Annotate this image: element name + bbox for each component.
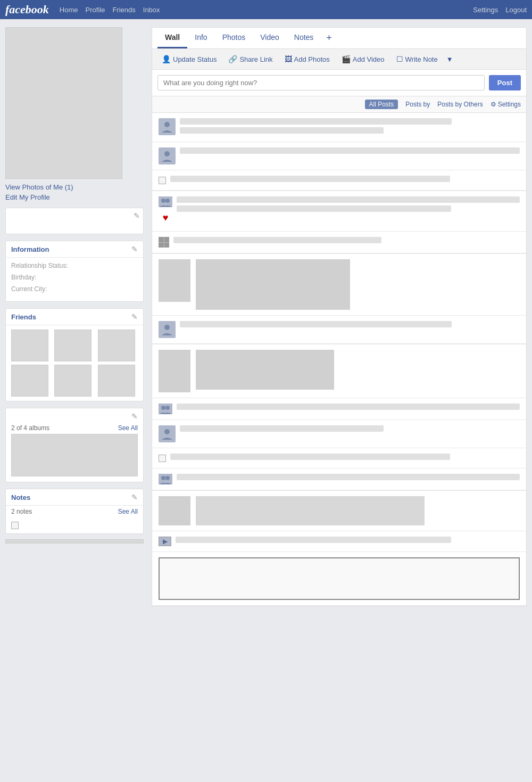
sidebar-footer-bar: [5, 539, 144, 544]
feed-item-7: [152, 316, 526, 344]
main-content: Wall Info Photos Video Notes + 👤 Update …: [152, 27, 527, 606]
current-city-row: Current City:: [11, 285, 138, 293]
svg-point-9: [165, 476, 170, 480]
information-section: Information ✎ Relationship Status: Birth…: [5, 241, 144, 302]
nav-logout[interactable]: Logout: [505, 6, 527, 14]
post-button[interactable]: Post: [489, 75, 521, 90]
write-note-label: Write Note: [405, 55, 438, 63]
friend-thumb-3[interactable]: [98, 330, 135, 361]
share-link-button[interactable]: 🔗 Share Link: [224, 53, 277, 65]
information-header: Information ✎: [6, 241, 143, 258]
write-note-button[interactable]: ☐ Write Note: [392, 53, 442, 65]
feed-video-icon: ▶: [159, 537, 171, 546]
feed-checkbox-2[interactable]: [159, 455, 166, 462]
feed-content-3: [170, 176, 520, 185]
bio-edit-icon[interactable]: ✎: [134, 211, 140, 220]
feed-item-1: [152, 113, 526, 142]
add-photos-icon: 🖼: [285, 55, 292, 63]
feed-item-12: [152, 468, 526, 490]
filter-posts-by[interactable]: Posts by: [405, 101, 430, 108]
update-status-icon: 👤: [162, 55, 171, 63]
friends-title: Friends: [11, 313, 36, 321]
feed-item-5: [152, 232, 526, 253]
birthday-row: Birthday:: [11, 274, 138, 281]
nav-links: Home Profile Friends Inbox: [60, 6, 160, 14]
tab-wall[interactable]: Wall: [157, 28, 187, 48]
nav-profile[interactable]: Profile: [86, 6, 105, 14]
svg-point-1: [164, 151, 170, 157]
feed-large-content: [196, 259, 350, 310]
friend-thumb-5[interactable]: [54, 365, 92, 397]
update-status-button[interactable]: 👤 Update Status: [157, 53, 221, 65]
notes-count: 2 notes: [11, 508, 32, 515]
nav-inbox[interactable]: Inbox: [143, 6, 160, 14]
feed-medium-content: [196, 350, 334, 390]
add-photos-button[interactable]: 🖼 Add Photos: [280, 53, 334, 65]
nav-home[interactable]: Home: [60, 6, 78, 14]
note-checkbox[interactable]: [11, 522, 19, 529]
feed-thumb-3: [159, 496, 190, 525]
friends-section: Friends ✎: [5, 308, 144, 401]
friend-thumb-6[interactable]: [98, 365, 135, 397]
share-link-icon: 🔗: [228, 55, 237, 63]
friends-header: Friends ✎: [6, 309, 143, 325]
tab-photos[interactable]: Photos: [215, 28, 253, 48]
feed-content-block-13: [196, 496, 425, 525]
albums-section: ✎ ✎ 2 of 4 albums See All: [5, 408, 144, 482]
albums-see-all[interactable]: See All: [118, 424, 138, 432]
svg-point-6: [165, 406, 170, 410]
feed-note-box[interactable]: [159, 557, 520, 600]
information-edit-icon[interactable]: ✎: [131, 245, 138, 253]
status-input[interactable]: [157, 75, 485, 90]
filter-settings[interactable]: ⚙ Settings: [491, 101, 521, 108]
feed-avatar-4: [159, 425, 176, 442]
friends-grid: [6, 325, 143, 401]
feed-avatar-3: [159, 321, 176, 338]
nav-friends[interactable]: Friends: [112, 6, 135, 14]
nav-right-links: Settings Logout: [473, 6, 527, 14]
feed-item-8: [152, 344, 526, 398]
wall-tabs: Wall Info Photos Video Notes +: [152, 27, 527, 49]
friend-thumb-4[interactable]: [11, 365, 48, 397]
feed-content-5: [173, 237, 520, 246]
view-photos-link[interactable]: View Photos of Me (1): [5, 183, 144, 191]
more-actions-dropdown[interactable]: ▼: [446, 55, 453, 63]
tab-info[interactable]: Info: [187, 28, 214, 48]
tab-notes[interactable]: Notes: [287, 28, 321, 48]
feed-item-3: [152, 170, 526, 191]
nav-settings[interactable]: Settings: [473, 6, 498, 14]
feed-group-icon-3: [159, 474, 172, 484]
feed-content-2: [180, 147, 520, 157]
feed-avatar-2: [159, 147, 176, 164]
edit-profile-link[interactable]: Edit My Profile: [5, 193, 144, 201]
feed-item-13: [152, 491, 526, 531]
relationship-label: Relationship Status:: [11, 262, 68, 269]
settings-gear-icon: ⚙: [491, 101, 496, 108]
add-video-button[interactable]: 🎬 Add Video: [337, 53, 389, 65]
feed-avatar-1: [159, 118, 176, 135]
svg-point-7: [164, 429, 170, 434]
svg-point-2: [161, 199, 165, 203]
relationship-row: Relationship Status:: [11, 262, 138, 269]
feed-text-10: [180, 425, 384, 432]
feed-item-6: [152, 254, 526, 316]
feed-image-medium-1: [196, 350, 334, 390]
albums-edit-icon[interactable]: ✎: [131, 412, 138, 421]
feed-text-6: [177, 205, 451, 212]
friend-thumb-1[interactable]: [11, 330, 48, 361]
album-thumbnail[interactable]: [11, 434, 138, 476]
filter-settings-label: Settings: [498, 101, 521, 108]
filter-posts-by-others[interactable]: Posts by Others: [437, 101, 483, 108]
tab-add-icon[interactable]: +: [321, 28, 337, 48]
filter-all-posts[interactable]: All Posts: [365, 100, 398, 109]
feed-content-11: [170, 454, 520, 463]
notes-see-all[interactable]: See All: [118, 508, 138, 515]
tab-video[interactable]: Video: [253, 28, 287, 48]
feed-heart-icon: ♥: [163, 212, 169, 224]
wall-actions-bar: 👤 Update Status 🔗 Share Link 🖼 Add Photo…: [152, 49, 527, 70]
friend-thumb-2[interactable]: [54, 330, 92, 361]
feed-text-12: [177, 474, 520, 480]
friends-edit-icon[interactable]: ✎: [131, 312, 138, 321]
notes-edit-icon[interactable]: ✎: [131, 493, 138, 501]
feed-checkbox-1[interactable]: [159, 177, 166, 184]
